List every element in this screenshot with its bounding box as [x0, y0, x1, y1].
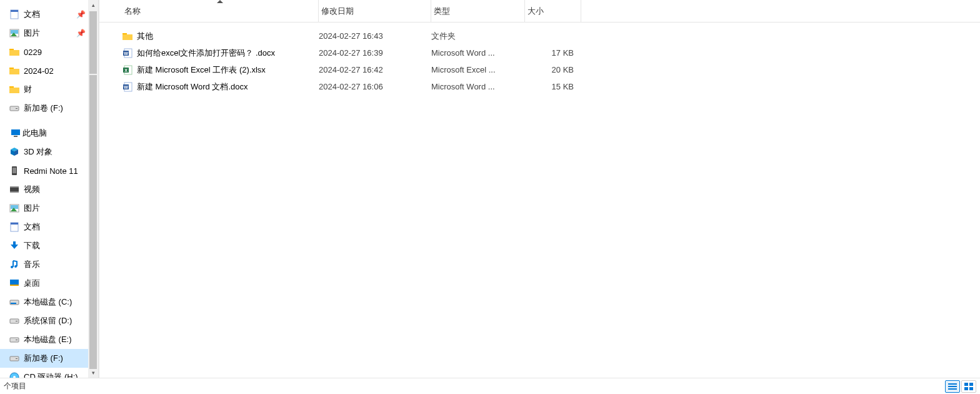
videos-icon	[9, 184, 20, 195]
svg-rect-40	[16, 358, 18, 359]
file-name: 如何给excel文件添加打开密码？ .docx	[137, 48, 275, 59]
file-size: 15 KB	[525, 82, 581, 91]
sidebar-item-label: 3D 对象	[24, 146, 52, 158]
scroll-down-icon[interactable]: ▾	[88, 368, 98, 378]
drive-icon	[9, 103, 20, 114]
column-headers: 名称 修改日期 类型 大小	[99, 0, 980, 23]
sidebar-scrollbar[interactable]: ▴ ▾	[88, 0, 98, 378]
sidebar-pc-item-10[interactable]: 本地磁盘 (E:)	[0, 330, 98, 349]
word-file-icon: W	[122, 48, 133, 59]
column-size-label: 大小	[528, 6, 544, 17]
svg-rect-32	[10, 285, 19, 286]
file-date: 2024-02-27 16:39	[319, 48, 431, 58]
svg-rect-3	[11, 30, 18, 34]
column-date[interactable]: 修改日期	[319, 0, 431, 22]
svg-point-29	[11, 266, 13, 268]
svg-rect-24	[11, 205, 18, 209]
svg-rect-10	[9, 88, 19, 93]
file-date: 2024-02-27 16:43	[319, 31, 431, 41]
sidebar-item-label: 本地磁盘 (E:)	[24, 334, 72, 345]
svg-rect-44	[122, 34, 132, 40]
file-name: 新建 Microsoft Word 文档.docx	[137, 81, 248, 93]
svg-point-30	[14, 265, 17, 268]
pin-icon: 📌	[76, 29, 86, 38]
sidebar-pc-item-0[interactable]: 3D 对象	[0, 143, 98, 161]
svg-rect-34	[11, 303, 16, 304]
svg-text:W: W	[124, 51, 128, 55]
sidebar-pc-item-6[interactable]: 音乐	[0, 255, 98, 274]
cd-drive-icon	[9, 371, 20, 378]
document-icon	[9, 9, 20, 20]
sidebar-item-label: 新加卷 (F:)	[24, 103, 63, 114]
sidebar-item-doc-0[interactable]: 文档📌	[0, 5, 98, 24]
this-pc-icon	[10, 128, 21, 139]
file-row-1[interactable]: W如何给excel文件添加打开密码？ .docx2024-02-27 16:39…	[122, 44, 980, 61]
file-list-pane: 名称 修改日期 类型 大小 其他2024-02-27 16:43文件夹W如何给e…	[99, 0, 980, 378]
sidebar-pc-item-2[interactable]: 视频	[0, 180, 98, 199]
file-date: 2024-02-27 16:06	[319, 82, 431, 91]
details-view-icon	[948, 383, 957, 390]
sidebar-pc-item-8[interactable]: 本地磁盘 (C:)	[0, 293, 98, 311]
drive-icon	[9, 334, 20, 345]
scroll-up-icon[interactable]: ▴	[88, 0, 98, 10]
sidebar-pc-item-4[interactable]: 文档	[0, 218, 98, 236]
sidebar-item-label: 0229	[24, 48, 42, 57]
file-row-0[interactable]: 其他2024-02-27 16:43文件夹	[122, 28, 980, 44]
word-file-icon: W	[122, 81, 133, 93]
svg-rect-12	[16, 108, 18, 109]
sidebar-pc-item-11[interactable]: 新加卷 (F:)	[0, 349, 98, 368]
svg-rect-22	[10, 191, 19, 193]
sidebar-item-label: 视频	[24, 184, 40, 195]
svg-marker-28	[11, 241, 18, 249]
phone-icon	[9, 165, 20, 176]
pictures-icon	[9, 28, 20, 39]
file-name: 新建 Microsoft Excel 工作表 (2).xlsx	[137, 64, 266, 76]
svg-rect-1	[11, 10, 18, 12]
sidebar-item-label: 图片	[24, 28, 40, 39]
sidebar-item-folder-2[interactable]: 0229📌	[0, 43, 98, 61]
icons-view-button[interactable]	[961, 380, 976, 393]
sidebar-pc-item-9[interactable]: 系统保留 (D:)	[0, 311, 98, 330]
sidebar-item-pic-1[interactable]: 图片📌	[0, 24, 98, 43]
file-type: 文件夹	[431, 31, 525, 42]
sidebar-item-label: 财	[24, 84, 32, 95]
sidebar-this-pc[interactable]: ▸此电脑	[0, 124, 98, 143]
sidebar-item-label: CD 驱动器 (H:)	[24, 371, 78, 378]
sidebar-item-drive-5[interactable]: 新加卷 (F:)📌	[0, 99, 98, 118]
sidebar-item-folder-3[interactable]: 2024-02📌	[0, 61, 98, 80]
sidebar-item-label: 2024-02	[24, 66, 54, 76]
scroll-thumb[interactable]	[89, 75, 97, 369]
file-row-3[interactable]: W新建 Microsoft Word 文档.docx2024-02-27 16:…	[122, 78, 980, 95]
svg-rect-56	[948, 388, 957, 390]
sidebar-item-label: 文档	[24, 221, 40, 233]
status-item-count: 个项目	[4, 381, 26, 391]
details-view-button[interactable]	[945, 380, 960, 393]
sidebar-pc-item-12[interactable]: CD 驱动器 (H:)	[0, 368, 98, 378]
sidebar-item-label: 图片	[24, 203, 40, 214]
svg-rect-8	[9, 69, 19, 74]
file-type: Microsoft Word ...	[431, 82, 525, 91]
column-date-label: 修改日期	[321, 6, 354, 17]
sidebar-pc-item-5[interactable]: 下载	[0, 236, 98, 255]
sidebar-item-folder-4[interactable]: 财📌	[0, 80, 98, 99]
folder-icon	[122, 31, 133, 42]
drive-icon	[9, 315, 20, 326]
sidebar-pc-item-7[interactable]: 桌面	[0, 274, 98, 293]
local-disk-icon	[9, 296, 20, 308]
sidebar-item-label: 桌面	[24, 278, 40, 289]
scroll-thumb-top[interactable]	[89, 11, 97, 74]
column-size[interactable]: 大小	[525, 0, 581, 22]
column-type[interactable]: 类型	[431, 0, 525, 22]
column-name[interactable]: 名称	[122, 0, 319, 22]
svg-rect-55	[948, 386, 957, 387]
svg-rect-60	[969, 387, 973, 390]
file-size: 20 KB	[525, 65, 581, 74]
svg-rect-58	[969, 383, 973, 386]
sidebar-pc-item-1[interactable]: Redmi Note 11	[0, 161, 98, 180]
file-row-2[interactable]: X新建 Microsoft Excel 工作表 (2).xlsx2024-02-…	[122, 61, 980, 78]
music-icon	[9, 259, 20, 270]
file-type: Microsoft Word ...	[431, 48, 525, 58]
navigation-pane: 文档📌图片📌0229📌2024-02📌财📌新加卷 (F:)📌▸此电脑3D 对象R…	[0, 0, 99, 378]
sidebar-pc-item-3[interactable]: 图片	[0, 199, 98, 218]
column-name-label: 名称	[124, 6, 141, 17]
